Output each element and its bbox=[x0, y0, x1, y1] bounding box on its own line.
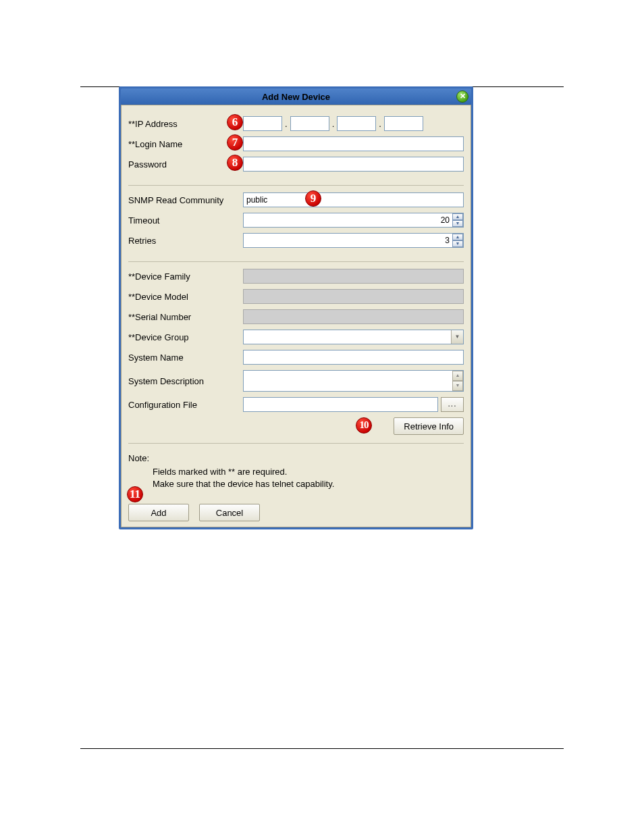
system-name-input[interactable] bbox=[243, 350, 464, 365]
section-connection: **IP Address . . . 6 **Login Name bbox=[128, 116, 464, 186]
login-name-input[interactable] bbox=[243, 136, 464, 151]
configuration-file-input[interactable] bbox=[243, 397, 438, 412]
spinner-down-icon[interactable]: ▼ bbox=[452, 240, 463, 247]
system-name-label: System Name bbox=[128, 353, 243, 363]
bottom-rule bbox=[80, 748, 564, 749]
snmp-input[interactable] bbox=[243, 192, 464, 207]
ip-address-label: **IP Address bbox=[128, 119, 243, 129]
snmp-label: SNMP Read Community bbox=[128, 195, 243, 205]
retries-spinner[interactable]: ▲ ▼ bbox=[243, 233, 464, 248]
note-line-2: Make sure that the device has telnet cap… bbox=[153, 478, 464, 490]
device-model-input bbox=[243, 289, 464, 304]
section-device-info: **Device Family **Device Model **Serial … bbox=[128, 269, 464, 444]
ip-address-field: . . . bbox=[243, 116, 464, 131]
dialog-title: Add New Device bbox=[262, 92, 330, 102]
ip-octet-2[interactable] bbox=[290, 116, 329, 131]
note-line-1: Fields marked with ** are required. bbox=[153, 466, 464, 478]
device-group-value bbox=[244, 330, 451, 344]
note-title: Note: bbox=[128, 453, 464, 463]
scroll-up-icon[interactable]: ▲ bbox=[452, 371, 463, 381]
add-button[interactable]: Add bbox=[128, 504, 189, 521]
close-icon[interactable]: ✕ bbox=[456, 90, 468, 103]
configuration-file-label: Configuration File bbox=[128, 400, 243, 410]
dialog-body: **IP Address . . . 6 **Login Name bbox=[121, 105, 471, 527]
browse-button[interactable]: ... bbox=[441, 397, 464, 412]
device-model-label: **Device Model bbox=[128, 292, 243, 302]
device-family-input bbox=[243, 269, 464, 284]
dropdown-icon[interactable]: ▼ bbox=[451, 330, 463, 344]
ip-octet-4[interactable] bbox=[384, 116, 423, 131]
spinner-down-icon[interactable]: ▼ bbox=[452, 220, 463, 227]
password-label: Password bbox=[128, 159, 243, 170]
timeout-label: Timeout bbox=[128, 215, 243, 226]
section-snmp: SNMP Read Community 9 Timeout ▲ ▼ bbox=[128, 192, 464, 262]
system-description-input[interactable]: ▲ ▼ bbox=[243, 370, 464, 392]
retrieve-info-button[interactable]: Retrieve Info bbox=[394, 417, 464, 435]
ip-dot: . bbox=[284, 119, 289, 129]
ip-dot: . bbox=[331, 119, 336, 129]
system-description-text[interactable] bbox=[244, 371, 452, 391]
cancel-button[interactable]: Cancel bbox=[199, 504, 260, 521]
dialog-titlebar: Add New Device ✕ bbox=[121, 88, 471, 105]
device-group-select[interactable]: ▼ bbox=[243, 330, 464, 344]
login-name-label: **Login Name bbox=[128, 139, 243, 149]
system-description-label: System Description bbox=[128, 376, 243, 386]
spinner-up-icon[interactable]: ▲ bbox=[452, 213, 463, 220]
callout-10: 10 bbox=[356, 417, 372, 434]
password-input[interactable] bbox=[243, 157, 464, 172]
ip-octet-3[interactable] bbox=[337, 116, 376, 131]
scroll-down-icon[interactable]: ▼ bbox=[452, 381, 463, 391]
serial-number-label: **Serial Number bbox=[128, 312, 243, 322]
note-section: Note: Fields marked with ** are required… bbox=[128, 450, 464, 521]
serial-number-input bbox=[243, 309, 464, 324]
device-family-label: **Device Family bbox=[128, 271, 243, 282]
timeout-spinner[interactable]: ▲ ▼ bbox=[243, 213, 464, 228]
device-group-label: **Device Group bbox=[128, 332, 243, 342]
retries-input[interactable] bbox=[244, 234, 452, 247]
retries-label: Retries bbox=[128, 236, 243, 246]
dialog-frame: Add New Device ✕ **IP Address . . . bbox=[119, 86, 473, 529]
spinner-up-icon[interactable]: ▲ bbox=[452, 234, 463, 240]
ip-octet-1[interactable] bbox=[243, 116, 282, 131]
timeout-input[interactable] bbox=[244, 213, 452, 227]
ip-dot: . bbox=[377, 119, 383, 129]
